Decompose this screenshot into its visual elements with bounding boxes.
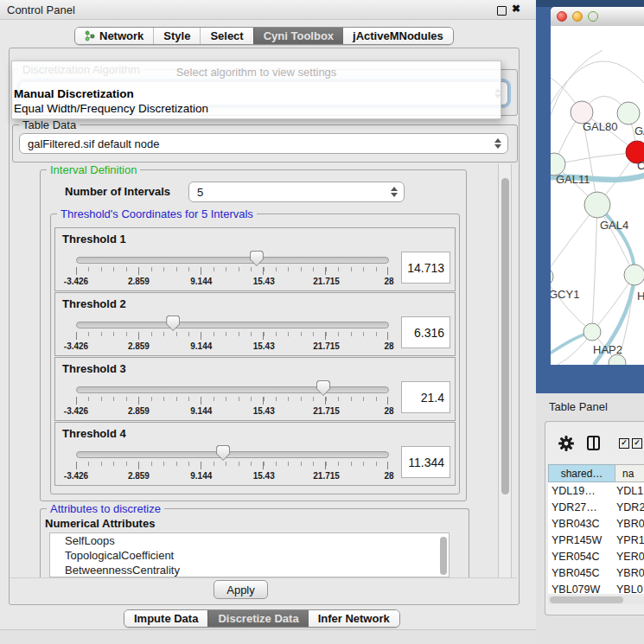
tab-network[interactable]: Network [75, 28, 153, 44]
slider-thumb[interactable] [166, 316, 180, 331]
combo-stepper-icon [391, 187, 397, 197]
table-cell[interactable]: YDR27… [548, 501, 618, 513]
tab-infer-network[interactable]: Infer Network [309, 610, 399, 627]
threshold-1-slider[interactable]: -3.426 2.859 9.144 15.43 21.715 28 [76, 252, 389, 287]
popup-option-manual[interactable]: Manual Discretization [14, 87, 134, 100]
threshold-3-slider[interactable]: -3.426 2.859 9.144 15.43 21.715 28 [76, 382, 389, 417]
slider-thumb[interactable] [316, 380, 330, 396]
column-header-shared-name[interactable]: shared… [548, 464, 615, 482]
threshold-2-slider[interactable]: -3.426 2.859 9.144 15.43 21.715 28 [76, 317, 389, 352]
threshold-3-value-field[interactable]: 21.4 [401, 381, 450, 413]
table-cell[interactable]: YPR145W [548, 534, 618, 546]
table-cell[interactable]: YER0 [616, 551, 644, 563]
list-item[interactable]: BetweennessCentrality [50, 563, 449, 577]
node-gcy1[interactable] [551, 267, 553, 286]
threshold-4-value-field[interactable]: 11.344 [401, 446, 450, 478]
slider-track[interactable] [76, 386, 389, 393]
tick-label: 15.43 [253, 341, 275, 351]
list-item[interactable]: TopologicalCoefficient [50, 548, 449, 563]
minimize-traffic-light-icon[interactable] [572, 11, 583, 22]
table-panel: Table Panel ✓ ✓ shared… na YDL19…YDL1 YD… [536, 393, 644, 644]
node-h[interactable] [624, 265, 644, 285]
tick-label: -3.426 [64, 277, 88, 286]
table-cell[interactable]: YBR0 [616, 518, 644, 530]
tick-label: 9.144 [190, 406, 212, 416]
tab-cyni-toolbox[interactable]: Cyni Toolbox [253, 28, 343, 44]
node-hap2[interactable] [583, 323, 601, 341]
table-cell[interactable]: YDR2 [616, 501, 644, 513]
network-icon [85, 30, 95, 41]
bottom-tab-bar: Impute Data Discretize Data Infer Networ… [124, 609, 400, 628]
apply-button[interactable]: Apply [214, 580, 268, 599]
close-icon[interactable]: ✖ [512, 3, 520, 15]
checkbox-icon[interactable]: ✓ [632, 438, 642, 449]
threshold-1-label: Threshold 1 [62, 233, 126, 245]
table-cell[interactable]: YBL0 [616, 583, 643, 594]
tick-label: 21.715 [313, 341, 340, 351]
node-label-gcy1: GCY1 [551, 288, 579, 301]
tick-label: -3.426 [64, 406, 88, 416]
numerical-attributes-label: Numerical Attributes [45, 517, 155, 530]
tab-discretize-data[interactable]: Discretize Data [207, 610, 308, 627]
threshold-2-value-field[interactable]: 6.316 [401, 316, 450, 348]
zoom-traffic-light-icon[interactable] [588, 11, 598, 22]
number-of-intervals-label: Number of Intervals [65, 185, 170, 198]
table-cell[interactable]: YER054C [548, 551, 618, 563]
node-label-gal11: GAL11 [556, 173, 590, 186]
node-label-gal4: GAL4 [600, 219, 628, 232]
slider-track[interactable] [76, 322, 389, 328]
table-cell[interactable]: YBL079W [548, 583, 618, 594]
split-columns-icon[interactable] [587, 436, 600, 450]
scrollbar-thumb[interactable] [501, 178, 509, 494]
threshold-4-slider[interactable]: -3.426 2.859 9.144 15.43 21.715 28 [76, 447, 389, 481]
slider-thumb[interactable] [216, 445, 230, 461]
table-cell[interactable]: YPR1 [616, 534, 644, 546]
checkbox-icon[interactable]: ✓ [619, 438, 629, 449]
list-scrollbar-thumb[interactable] [440, 537, 447, 575]
node-partial-top[interactable] [617, 102, 640, 124]
node-label-hap2: HAP2 [593, 343, 622, 356]
popup-option-equal-width[interactable]: Equal Width/Frequency Discretization [14, 102, 208, 115]
tick-label: 9.144 [190, 471, 212, 481]
slider-track[interactable] [76, 257, 389, 264]
table-cell[interactable]: YBR043C [548, 518, 618, 530]
tab-label: Network [99, 28, 143, 44]
node-gal4[interactable] [584, 192, 610, 218]
table-cell[interactable]: YDL19… [548, 485, 618, 497]
threshold-1-value-field[interactable]: 14.713 [401, 252, 450, 284]
table-cell[interactable]: YBR045C [548, 567, 618, 579]
number-of-intervals-combobox[interactable]: 5 [188, 182, 405, 202]
threshold-2-label: Threshold 2 [62, 297, 126, 310]
interval-definition-title: Interval Definition [47, 163, 140, 176]
tick-label: 15.43 [253, 406, 275, 416]
tab-select[interactable]: Select [200, 28, 252, 44]
table-horizontal-scrollbar[interactable] [548, 596, 644, 604]
close-traffic-light-icon[interactable] [557, 11, 567, 22]
tab-impute-data[interactable]: Impute Data [124, 610, 207, 627]
float-window-icon[interactable] [497, 6, 507, 16]
algorithm-dropdown-popup: Select algorithm to view settings Manual… [11, 61, 501, 119]
gear-icon[interactable] [558, 436, 574, 451]
list-item[interactable]: SelfLoops [50, 533, 449, 548]
node-attribute-table[interactable]: shared… na YDL19…YDL1 YDR27…YDR2 YBR043C… [548, 464, 644, 594]
tick-label: 15.43 [253, 471, 275, 481]
tick-label: 2.859 [128, 406, 150, 416]
table-data-selected: galFiltered.sif default node [28, 137, 159, 150]
table-cell[interactable]: YBR0 [616, 567, 644, 579]
slider-track[interactable] [76, 451, 389, 458]
tab-style[interactable]: Style [153, 28, 200, 44]
tab-jactivemnodules[interactable]: jActiveMNodules [343, 28, 453, 44]
threshold-4-label: Threshold 4 [62, 427, 126, 440]
table-cell[interactable]: YDL1 [616, 485, 643, 497]
node-label-gal80: GAL80 [583, 120, 617, 133]
numerical-attributes-list[interactable]: SelfLoops TopologicalCoefficient Between… [49, 532, 450, 577]
network-view-frame: GAL80 GA C GAL11 GAL4 GCY1 H HAP2 [536, 0, 644, 393]
network-canvas[interactable]: GAL80 GA C GAL11 GAL4 GCY1 H HAP2 [551, 26, 644, 365]
slider-thumb[interactable] [250, 251, 264, 266]
column-header-name[interactable]: na [615, 464, 644, 482]
settings-scrollbar[interactable] [498, 164, 512, 577]
node-label-partial-c: C [637, 159, 644, 172]
scrollbar-thumb[interactable] [550, 596, 623, 603]
table-data-combobox[interactable]: galFiltered.sif default node [19, 133, 508, 154]
node-label-h: H [637, 290, 644, 303]
